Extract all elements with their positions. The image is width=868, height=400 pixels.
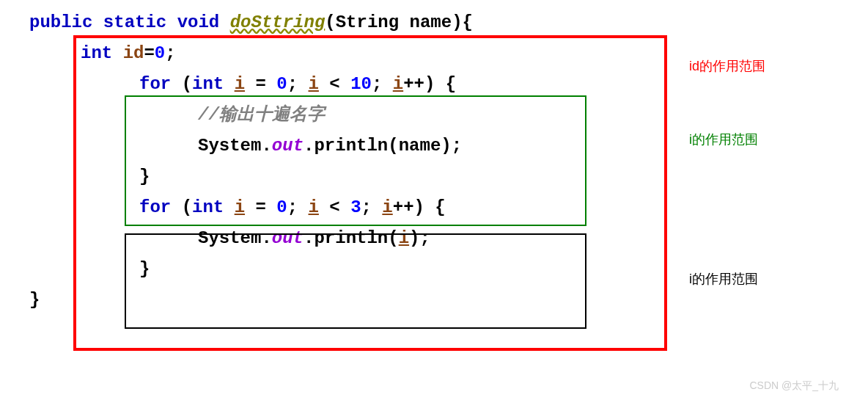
println-call: .println( (304, 228, 399, 248)
var-id: id (123, 43, 144, 63)
out-field: out (272, 228, 304, 248)
semi: ; (361, 197, 383, 217)
var-i: i (399, 228, 409, 248)
var-i: i (393, 74, 403, 94)
inc: ++ (403, 74, 424, 94)
system: System. (198, 136, 272, 156)
keyword-int: int (192, 197, 224, 217)
println-2: System.out.println(i); (81, 223, 853, 254)
semi: ; (372, 74, 393, 94)
close-brace: } (139, 259, 150, 279)
code-block: public static void doSttring(String name… (15, 7, 853, 316)
param-name: name (410, 12, 452, 32)
lt: < (319, 197, 350, 217)
close-brace: } (29, 290, 40, 310)
comment-line: //输出十遍名字 (81, 100, 853, 131)
open-brace: { (463, 12, 473, 32)
println-end: ); (409, 228, 430, 248)
param-type: String (336, 12, 399, 32)
keyword-int: int (192, 74, 224, 94)
open-paren: ( (325, 12, 335, 32)
close: ) { (424, 74, 456, 94)
close: ) { (414, 197, 446, 217)
keyword-void: void (177, 12, 220, 32)
label-i-scope-2: i的作用范围 (689, 270, 758, 288)
out-field: out (272, 136, 304, 156)
close-brace: } (139, 167, 150, 186)
label-id-scope: id的作用范围 (689, 57, 765, 75)
ten: 10 (350, 74, 372, 94)
label-i-scope-1: i的作用范围 (689, 131, 758, 148)
keyword-public: public (29, 12, 92, 32)
assign: = (245, 74, 276, 94)
zero: 0 (276, 74, 287, 94)
open-paren: ( (182, 74, 192, 94)
assign: = (245, 197, 276, 217)
keyword-for: for (139, 74, 171, 94)
watermark: CSDN @太平_十九 (749, 379, 839, 393)
var-i: i (235, 74, 245, 94)
for-loop-2: for (int i = 0; i < 3; i++) { (81, 192, 853, 223)
system: System. (198, 228, 272, 248)
semi: ; (287, 197, 309, 217)
close-paren: ) (452, 12, 462, 32)
var-i: i (382, 197, 392, 217)
var-i: i (309, 197, 319, 217)
method-close: } (29, 285, 853, 316)
zero: 0 (276, 197, 287, 217)
keyword-for: for (139, 197, 171, 217)
zero-literal: 0 (155, 43, 165, 63)
comment: //输出十遍名字 (198, 105, 325, 125)
semicolon: ; (165, 43, 175, 63)
equals-op: = (144, 43, 154, 63)
inc: ++ (393, 197, 414, 217)
close-brace-1: } (81, 161, 853, 192)
keyword-int: int (81, 43, 112, 63)
var-i: i (235, 197, 245, 217)
method-signature: public static void doSttring(String name… (29, 7, 853, 38)
semi: ; (287, 74, 309, 94)
open-paren: ( (182, 197, 192, 217)
var-i: i (309, 74, 319, 94)
keyword-static: static (103, 12, 166, 32)
three: 3 (350, 197, 361, 217)
lt: < (319, 74, 350, 94)
method-name: doSttring (230, 12, 326, 32)
println-call: .println(name); (304, 136, 462, 156)
